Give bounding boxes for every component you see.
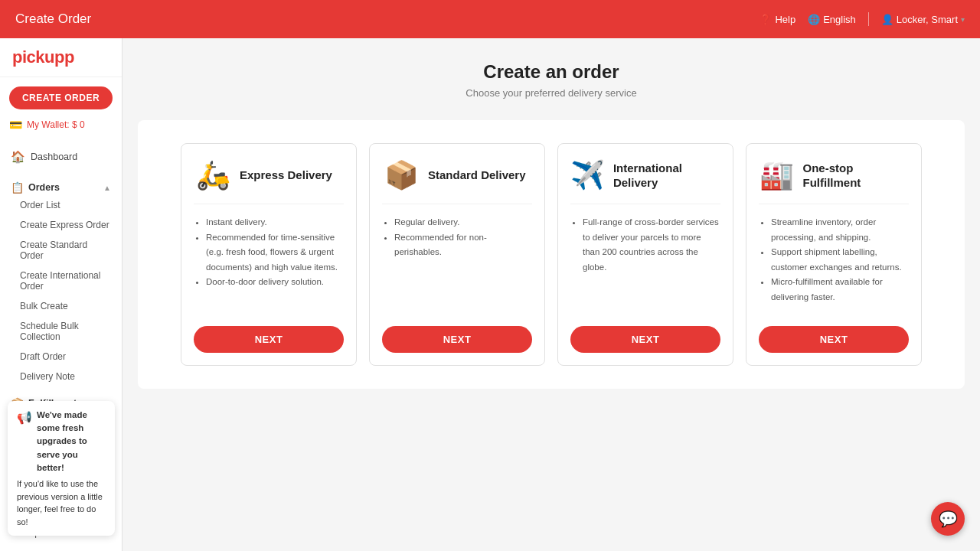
feature-item: Micro-fulfillment available for deliveri… (771, 275, 909, 305)
layout: pickupp CREATE ORDER 💳 My Wallet: $ 0 🏠 … (0, 38, 980, 551)
delivery-card-1: 📦 Standard Delivery Regular delivery.Rec… (369, 143, 545, 366)
card-features-2: Full-range of cross-border services to d… (570, 215, 720, 275)
feature-item: Support shipment labelling, customer exc… (771, 245, 909, 275)
next-button-1[interactable]: NEXT (382, 326, 532, 353)
card-icon-2: ✈️ (570, 156, 606, 194)
user-icon: 👤 (881, 14, 893, 25)
sidebar-item-order-list[interactable]: Order List (9, 195, 122, 215)
page-subtitle: Choose your preferred delivery service (138, 87, 965, 99)
feature-item: Streamline inventory, order processing, … (771, 215, 909, 245)
delivery-card-3: 🏭 One-stop Fulfillment Streamline invent… (746, 143, 922, 366)
card-body-0: Instant delivery.Recommended for time-se… (181, 204, 356, 317)
header-title: Create Order (15, 11, 760, 27)
order-list-label: Order List (20, 200, 60, 210)
toast-header: 📢 We've made some fresh upgrades to serv… (17, 409, 106, 474)
create-order-button[interactable]: CREATE ORDER (9, 86, 113, 109)
toast-title: We've made some fresh upgrades to serve … (37, 409, 106, 474)
sidebar-section-orders[interactable]: 📋 Orders ▲ (0, 177, 122, 195)
sidebar-item-create-standard[interactable]: Create Standard Order (9, 235, 122, 266)
feature-item: Recommended for time-sensitive (e.g. fre… (206, 230, 344, 276)
language-selector[interactable]: 🌐 English (808, 14, 856, 25)
help-link[interactable]: ❓ Help (760, 14, 795, 25)
chat-icon: 💬 (939, 510, 958, 528)
card-features-3: Streamline inventory, order processing, … (759, 215, 909, 305)
chevron-down-icon: ▾ (961, 15, 965, 24)
create-international-label: Create International Order (20, 270, 111, 292)
next-button-2[interactable]: NEXT (570, 326, 720, 353)
home-icon: 🏠 (11, 150, 24, 164)
sidebar-item-delivery-note[interactable]: Delivery Note (9, 367, 122, 386)
card-footer-0: NEXT (181, 317, 356, 365)
megaphone-icon: 📢 (17, 409, 32, 427)
card-icon-3: 🏭 (759, 156, 795, 194)
delivery-cards-container: 🛵 Express Delivery Instant delivery.Reco… (138, 120, 965, 389)
feature-item: Regular delivery. (394, 215, 532, 230)
schedule-bulk-label: Schedule Bulk Collection (20, 321, 111, 342)
next-button-0[interactable]: NEXT (194, 326, 344, 353)
card-icon-0: 🛵 (194, 156, 232, 194)
card-title-2: International Delivery (613, 161, 720, 191)
card-body-2: Full-range of cross-border services to d… (558, 204, 733, 317)
card-title-0: Express Delivery (240, 168, 332, 183)
card-footer-2: NEXT (558, 317, 733, 365)
bulk-create-label: Bulk Create (20, 301, 68, 311)
card-title-3: One-stop Fulfillment (802, 161, 909, 191)
orders-submenu: Order List Create Express Order Create S… (0, 195, 122, 386)
wallet-icon: 💳 (9, 119, 22, 131)
card-header-1: 📦 Standard Delivery (370, 144, 544, 204)
globe-icon: 🌐 (808, 14, 820, 25)
main-content: Create an order Choose your preferred de… (122, 38, 980, 551)
sidebar-item-create-international[interactable]: Create International Order (9, 266, 122, 296)
toast-notification: 📢 We've made some fresh upgrades to serv… (8, 401, 115, 536)
feature-item: Instant delivery. (206, 215, 344, 230)
create-standard-label: Create Standard Order (20, 240, 111, 261)
feature-item: Recommended for non-perishables. (394, 230, 532, 260)
card-body-3: Streamline inventory, order processing, … (746, 204, 921, 317)
header: Create Order ❓ Help 🌐 English 👤 Locker, … (0, 0, 980, 38)
logo: pickupp (12, 47, 109, 67)
chat-button[interactable]: 💬 (931, 502, 965, 536)
card-footer-1: NEXT (370, 317, 544, 365)
card-title-1: Standard Delivery (428, 168, 526, 183)
card-features-0: Instant delivery.Recommended for time-se… (194, 215, 344, 290)
next-button-3[interactable]: NEXT (759, 326, 909, 353)
user-menu[interactable]: 👤 Locker, Smart ▾ (881, 14, 965, 25)
header-right: ❓ Help 🌐 English 👤 Locker, Smart ▾ (760, 12, 965, 26)
delivery-card-2: ✈️ International Delivery Full-range of … (557, 143, 733, 366)
orders-section-label: Orders (28, 182, 60, 193)
sidebar-item-dashboard[interactable]: 🏠 Dashboard (0, 143, 122, 171)
logo-area: pickupp (0, 38, 122, 77)
card-header-2: ✈️ International Delivery (558, 144, 733, 204)
feature-item: Door-to-door delivery solution. (206, 275, 344, 290)
header-divider (868, 12, 869, 26)
toast-body: If you'd like to use the previous versio… (17, 478, 106, 528)
sidebar-item-schedule-bulk[interactable]: Schedule Bulk Collection (9, 316, 122, 347)
card-footer-3: NEXT (746, 317, 921, 365)
wallet-label: My Wallet: $ 0 (27, 119, 85, 130)
help-icon: ❓ (760, 14, 772, 25)
orders-chevron-icon: ▲ (103, 184, 111, 192)
page-title: Create an order (138, 61, 965, 83)
card-features-1: Regular delivery.Recommended for non-per… (382, 215, 532, 260)
card-header-0: 🛵 Express Delivery (181, 144, 356, 204)
create-express-label: Create Express Order (20, 220, 109, 230)
orders-icon: 📋 (11, 181, 24, 194)
sidebar-item-bulk-create[interactable]: Bulk Create (9, 296, 122, 316)
draft-order-label: Draft Order (20, 351, 66, 362)
card-icon-1: 📦 (382, 156, 420, 194)
delivery-card-0: 🛵 Express Delivery Instant delivery.Reco… (181, 143, 357, 366)
wallet-area[interactable]: 💳 My Wallet: $ 0 (0, 116, 122, 137)
card-header-3: 🏭 One-stop Fulfillment (746, 144, 921, 204)
feature-item: Full-range of cross-border services to d… (583, 215, 720, 275)
card-body-1: Regular delivery.Recommended for non-per… (370, 204, 544, 317)
sidebar-item-create-express[interactable]: Create Express Order (9, 215, 122, 235)
sidebar-dashboard-label: Dashboard (31, 152, 77, 162)
delivery-note-label: Delivery Note (20, 371, 75, 382)
sidebar-item-draft-order[interactable]: Draft Order (9, 347, 122, 367)
